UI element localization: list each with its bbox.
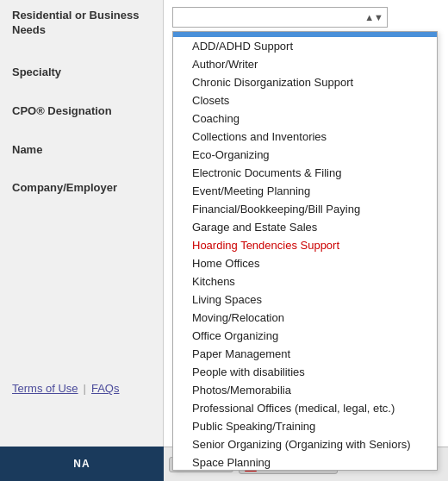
dropdown-item-professional[interactable]: Professional Offices (medical, legal, et…: [173, 399, 437, 417]
label-specialty: Specialty: [12, 66, 151, 80]
dropdown-item-chronic[interactable]: Chronic Disorganization Support: [173, 73, 437, 91]
dropdown-item-space-planning[interactable]: Space Planning: [173, 453, 437, 471]
dropdown-item-office-organizing[interactable]: Office Organizing: [173, 327, 437, 345]
dropdown-item-closets[interactable]: Closets: [173, 91, 437, 109]
dropdown-item-financial[interactable]: Financial/Bookkeeping/Bill Paying: [173, 200, 437, 218]
dropdown-area: ▲▼ ADD/ADHD SupportAuthor/WriterChronic …: [164, 0, 448, 481]
separator: |: [84, 382, 86, 395]
label-cpo: CPO® Designation: [12, 104, 151, 119]
dropdown-item-add-adhd[interactable]: ADD/ADHD Support: [173, 37, 437, 55]
dropdown-item-home-offices[interactable]: Home Offices: [173, 254, 437, 272]
faqs-link[interactable]: FAQs: [91, 382, 120, 395]
dropdown-item-senior[interactable]: Senior Organizing (Organizing with Senio…: [173, 435, 437, 453]
dropdown-item-event[interactable]: Event/Meeting Planning: [173, 182, 437, 200]
dropdown-item-coaching[interactable]: Coaching: [173, 109, 437, 128]
bottom-bar-label: NA: [73, 458, 90, 470]
form-panel: Residential or Business Needs Specialty …: [0, 0, 164, 481]
label-residential: Residential or Business Needs: [12, 9, 151, 38]
label-company: Company/Employer: [12, 181, 151, 196]
terms-row: Terms of Use | FAQs: [12, 382, 119, 395]
dropdown-item-author-writer[interactable]: Author/Writer: [173, 55, 437, 73]
dropdown-item-living-spaces[interactable]: Living Spaces: [173, 290, 437, 309]
dropdown-item-public-speaking[interactable]: Public Speaking/Training: [173, 417, 437, 435]
dropdown-list[interactable]: ADD/ADHD SupportAuthor/WriterChronic Dis…: [172, 31, 438, 471]
bottom-bar: NA: [0, 447, 164, 481]
dropdown-item-hoarding[interactable]: Hoarding Tendencies Support: [173, 236, 437, 254]
select-box[interactable]: ▲▼: [172, 7, 388, 28]
dropdown-item-collections[interactable]: Collections and Inventories: [173, 128, 437, 146]
dropdown-item-eco[interactable]: Eco-Organizing: [173, 146, 437, 164]
dropdown-item-moving[interactable]: Moving/Relocation: [173, 309, 437, 327]
dropdown-item-kitchens[interactable]: Kitchens: [173, 272, 437, 290]
terms-link[interactable]: Terms of Use: [12, 382, 78, 395]
page-wrapper: Residential or Business Needs Specialty …: [0, 0, 448, 481]
select-arrow-icon: ▲▼: [364, 12, 383, 22]
dropdown-item-paper[interactable]: Paper Management: [173, 345, 437, 363]
label-name: Name: [12, 143, 151, 158]
dropdown-item-garage[interactable]: Garage and Estate Sales: [173, 218, 437, 236]
dropdown-item-disabilities[interactable]: People with disabilities: [173, 363, 437, 381]
dropdown-item-electronic[interactable]: Electronic Documents & Filing: [173, 164, 437, 182]
dropdown-item-photos[interactable]: Photos/Memorabilia: [173, 381, 437, 399]
